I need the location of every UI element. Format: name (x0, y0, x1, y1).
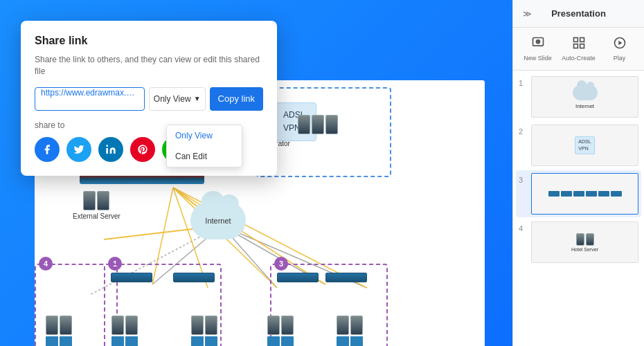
copy-link-button[interactable]: Copy link (210, 87, 263, 111)
linkedin-icon (105, 144, 116, 155)
panel-title: Presentation (535, 8, 622, 19)
new-slide-label: New Slide (524, 55, 552, 62)
internet-node: Internet (190, 201, 246, 239)
slide-1-label: Internet (575, 103, 594, 109)
hs5-monitor-1 (337, 336, 349, 346)
link-input[interactable]: https://www.edrawmax.com/server... (35, 87, 145, 111)
slide-number-3: 3 (519, 173, 527, 184)
permission-value: Only View (154, 94, 191, 104)
hotel-server-5-node: Hotel Server (332, 316, 367, 346)
auto-create-svg (572, 36, 586, 50)
slide-4-server-stack (576, 233, 594, 246)
play-label: Play (614, 55, 626, 62)
permission-dropdown: Only View Can Edit (166, 125, 242, 167)
hs4-unit-1 (267, 316, 280, 335)
box-label-4: 4 (39, 257, 53, 271)
link-row: https://www.edrawmax.com/server... Only … (35, 87, 263, 111)
facebook-share-button[interactable] (35, 137, 60, 162)
right-panel: ≫ Presentation New Slide (512, 0, 644, 346)
auto-create-icon (572, 36, 586, 53)
play-button[interactable]: Play (600, 33, 638, 64)
server-unit-1 (298, 115, 310, 134)
twitter-icon (73, 144, 84, 155)
hs3-monitor-1 (191, 336, 204, 346)
slide-thumb-1: Internet (531, 76, 638, 118)
slide-number-1: 1 (519, 76, 527, 87)
slide-3-switch-4 (586, 191, 597, 197)
chevron-down-icon: ▼ (194, 95, 201, 102)
hs2-monitor-1 (111, 336, 124, 346)
dropdown-only-view[interactable]: Only View (167, 125, 242, 146)
slide-4-server-1 (576, 233, 584, 246)
slide-3-switch-3 (573, 191, 584, 197)
facebook-icon (42, 144, 53, 155)
hs2-unit-1 (111, 316, 124, 335)
play-svg (613, 36, 627, 50)
new-slide-svg (531, 36, 545, 50)
slide-item-2[interactable]: 2 ADSL VPN (516, 122, 641, 169)
slide-thumb-4: Hotel Server (531, 221, 638, 263)
hotel-server-3-node: Hotel Server (187, 316, 222, 346)
slides-list: 1 Internet 2 ADSL VPN 3 (513, 71, 644, 346)
twitter-share-button[interactable] (66, 137, 91, 162)
auto-create-label: Auto-Create (562, 55, 596, 62)
panel-collapse-button[interactable]: ≫ (519, 6, 535, 22)
box-label-3: 3 (274, 257, 288, 271)
slide-2-vpn-text: VPN (578, 145, 591, 152)
slide-item-3[interactable]: 3 (516, 170, 641, 217)
ext-server-unit-2 (97, 191, 109, 210)
slide-4-content: Hotel Server (571, 233, 598, 252)
slide-4-server-2 (586, 233, 594, 246)
switch-1-icon (111, 273, 152, 282)
slide-3-switch-1 (548, 191, 560, 197)
internet-cloud-icon: Internet (190, 201, 246, 239)
external-server-label-node: External Server (73, 191, 120, 220)
hotel-server-4-node: Hotel Server (263, 316, 298, 346)
slide-3-switch-6 (611, 191, 622, 197)
switch-4-icon (325, 273, 367, 282)
switch-1-node (111, 273, 152, 282)
hs1-monitor-2 (60, 336, 72, 346)
slide-item-1[interactable]: 1 Internet (516, 73, 641, 120)
hs1-unit-1 (46, 316, 58, 335)
pinterest-share-button[interactable] (130, 137, 155, 162)
hs3-unit-2 (205, 316, 217, 335)
hs1-monitor-1 (46, 336, 58, 346)
switch-3-icon (277, 273, 319, 282)
slide-3-switch-2 (561, 191, 572, 197)
linkedin-share-button[interactable] (98, 137, 123, 162)
auto-create-button[interactable]: Auto-Create (560, 33, 598, 64)
play-icon (613, 36, 627, 53)
new-slide-button[interactable]: New Slide (519, 33, 557, 64)
right-panel-header: ≫ Presentation (513, 0, 644, 28)
svg-rect-20 (573, 44, 578, 48)
hs5-unit-1 (337, 316, 349, 335)
slide-1-content: Internet (573, 85, 598, 109)
dialog-title: Share link (35, 35, 263, 47)
svg-rect-21 (580, 44, 584, 48)
slide-4-label: Hotel Server (571, 247, 598, 252)
permission-select[interactable]: Only View ▼ (149, 87, 206, 111)
slide-item-4[interactable]: 4 Hotel Server (516, 219, 641, 266)
hs4-monitor-2 (281, 336, 294, 346)
panel-actions-row: New Slide Auto-Create Play (513, 28, 644, 71)
dropdown-can-edit[interactable]: Can Edit (167, 146, 242, 167)
new-slide-icon (531, 36, 545, 53)
hs2-monitor-2 (125, 336, 138, 346)
internet-label: Internet (205, 217, 231, 225)
switch-3-node (277, 273, 319, 282)
server-unit-2 (312, 115, 324, 134)
hotel-server-2-node: Hotel Server (107, 316, 142, 346)
slide-2-adsl-text: ADSL (578, 138, 591, 145)
server-unit-3 (325, 115, 338, 134)
svg-marker-23 (618, 41, 622, 46)
svg-rect-19 (580, 38, 584, 42)
external-server-label: External Server (73, 212, 120, 220)
slide-3-switches (548, 191, 622, 197)
hs1-unit-2 (60, 316, 72, 335)
hs3-unit-1 (191, 316, 204, 335)
hs5-monitor-2 (350, 336, 363, 346)
svg-rect-18 (573, 38, 578, 42)
hs2-unit-2 (125, 316, 138, 335)
ext-server-unit-1 (83, 191, 96, 210)
